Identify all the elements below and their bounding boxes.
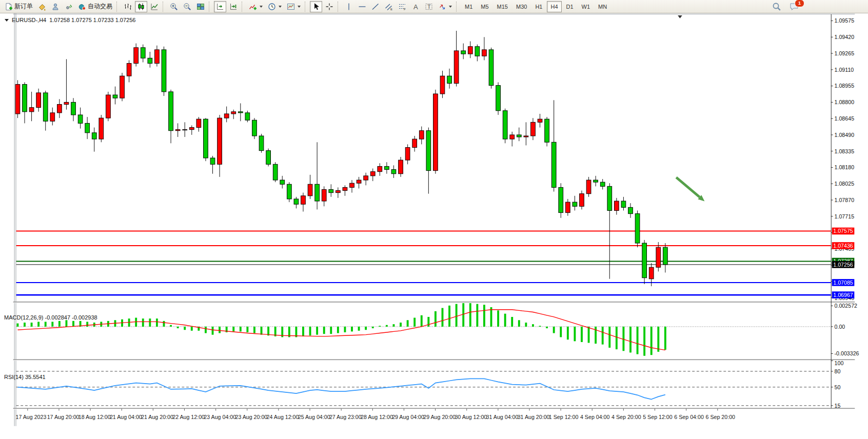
- svg-text:80: 80: [835, 368, 841, 374]
- candle: [594, 180, 598, 182]
- chart-title: EURUSD-,H4 1.07258 1.07275 1.07233 1.072…: [5, 17, 135, 23]
- zoom-in-button[interactable]: [168, 1, 180, 12]
- macd-indicator-label: MACD(12,26,9) -0.002847 -0.002938: [4, 314, 97, 321]
- arrows-tool-button[interactable]: [436, 1, 454, 12]
- timeframe-m30[interactable]: M30: [512, 1, 530, 12]
- rsi-indicator-label: RSI(14) 35.5541: [4, 374, 46, 380]
- timeframe-d1[interactable]: D1: [563, 1, 577, 12]
- zoom-out-button[interactable]: [181, 1, 193, 12]
- chat-button[interactable]: 1: [787, 1, 801, 12]
- price-tag: 1.07575: [832, 228, 855, 235]
- candle: [551, 142, 556, 187]
- horizontal-line-button[interactable]: [356, 1, 368, 12]
- candle: [426, 131, 431, 171]
- svg-text:1.09575: 1.09575: [835, 17, 855, 24]
- svg-text:31 Aug 20:00: 31 Aug 20:00: [518, 414, 550, 420]
- svg-text:50: 50: [835, 384, 841, 390]
- price-tag: 1.07436: [832, 242, 855, 249]
- profile-button[interactable]: [49, 1, 62, 12]
- candle: [50, 113, 55, 121]
- candle: [287, 184, 291, 199]
- line-chart-button[interactable]: [148, 1, 161, 12]
- bar-chart-icon: [124, 3, 132, 11]
- candle: [155, 50, 160, 64]
- new-order-button[interactable]: 新订单: [3, 1, 35, 12]
- candle: [419, 131, 424, 139]
- svg-text:1.09110: 1.09110: [835, 67, 854, 73]
- text-button[interactable]: A: [409, 1, 422, 12]
- timeframe-h4[interactable]: H4: [547, 1, 561, 12]
- timeframe-w1[interactable]: W1: [578, 1, 594, 12]
- svg-text:100: 100: [835, 360, 844, 366]
- indicators-button[interactable]: [247, 1, 265, 12]
- candle: [600, 182, 605, 186]
- price-tag: 1.07085: [832, 279, 855, 286]
- svg-text:1.08490: 1.08490: [835, 132, 855, 138]
- svg-text:30 Aug 12:00: 30 Aug 12:00: [455, 414, 487, 420]
- tile-windows-button[interactable]: [194, 1, 207, 12]
- chart-shift-button[interactable]: [227, 1, 240, 12]
- svg-text:1.07256: 1.07256: [833, 262, 853, 268]
- candle: [350, 183, 354, 187]
- svg-text:25 Aug 04:00: 25 Aug 04:00: [298, 414, 330, 420]
- candle: [357, 180, 361, 183]
- svg-text:4 Sep 04:00: 4 Sep 04:00: [580, 414, 610, 420]
- candle: [607, 186, 612, 210]
- chart-symbol-timeframe: EURUSD-,H4: [12, 17, 46, 23]
- svg-text:1.07715: 1.07715: [835, 213, 855, 220]
- periods-button[interactable]: [266, 1, 284, 12]
- candle: [175, 130, 180, 131]
- fibonacci-icon: F: [398, 3, 406, 11]
- candle: [15, 85, 20, 114]
- candle: [43, 93, 48, 121]
- text-label-button[interactable]: T: [423, 1, 435, 12]
- svg-text:21 Aug 04:00: 21 Aug 04:00: [110, 414, 142, 420]
- candle: [628, 207, 633, 213]
- vertical-line-button[interactable]: [343, 1, 355, 12]
- candle: [454, 51, 459, 84]
- svg-text:23 Aug 20:00: 23 Aug 20:00: [235, 414, 267, 420]
- svg-text:0.00: 0.00: [835, 324, 845, 330]
- channel-button[interactable]: E: [383, 1, 395, 12]
- auto-scroll-button[interactable]: [214, 1, 226, 12]
- cursor-button[interactable]: [310, 1, 322, 12]
- candle: [189, 128, 194, 130]
- clock-icon: [268, 3, 276, 11]
- crosshair-button[interactable]: [323, 1, 336, 12]
- trendline-button[interactable]: [369, 1, 382, 12]
- auto-scroll-icon: [216, 3, 224, 11]
- svg-text:1.08025: 1.08025: [835, 181, 855, 187]
- price-chart[interactable]: 1.095751.094201.092651.091101.089551.088…: [0, 13, 868, 439]
- svg-text:1.08800: 1.08800: [835, 99, 855, 105]
- candle: [169, 92, 173, 131]
- candle: [113, 95, 117, 98]
- autotrade-button[interactable]: 自动交易: [76, 1, 114, 12]
- timeframe-m15[interactable]: M15: [494, 1, 511, 12]
- styler-button[interactable]: [36, 1, 48, 12]
- fibonacci-button[interactable]: F: [396, 1, 408, 12]
- candle: [120, 76, 125, 98]
- timeframe-m1[interactable]: M1: [461, 1, 476, 12]
- templates-button[interactable]: [285, 1, 303, 12]
- candle: [127, 64, 131, 76]
- candlestick-chart-button[interactable]: [135, 1, 147, 12]
- candle: [36, 93, 41, 108]
- svg-text:1.08180: 1.08180: [835, 164, 855, 170]
- autotrade-icon: [78, 3, 86, 11]
- svg-text:1.07870: 1.07870: [835, 197, 855, 203]
- candle: [580, 194, 584, 207]
- svg-text:21 Aug 20:00: 21 Aug 20:00: [141, 414, 173, 420]
- timeframe-mn[interactable]: MN: [595, 1, 610, 12]
- svg-text:27 Aug 23:00: 27 Aug 23:00: [329, 414, 362, 420]
- signals-button[interactable]: [63, 1, 75, 12]
- timeframe-m5[interactable]: M5: [477, 1, 492, 12]
- timeframe-h1[interactable]: H1: [531, 1, 546, 12]
- candle: [656, 247, 661, 267]
- chevron-down-icon: [5, 19, 9, 22]
- candle: [196, 119, 201, 127]
- svg-text:F: F: [404, 8, 406, 11]
- bar-chart-button[interactable]: [122, 1, 134, 12]
- zoom-out-icon: [183, 3, 191, 11]
- candle: [405, 148, 410, 161]
- search-button[interactable]: [770, 1, 783, 12]
